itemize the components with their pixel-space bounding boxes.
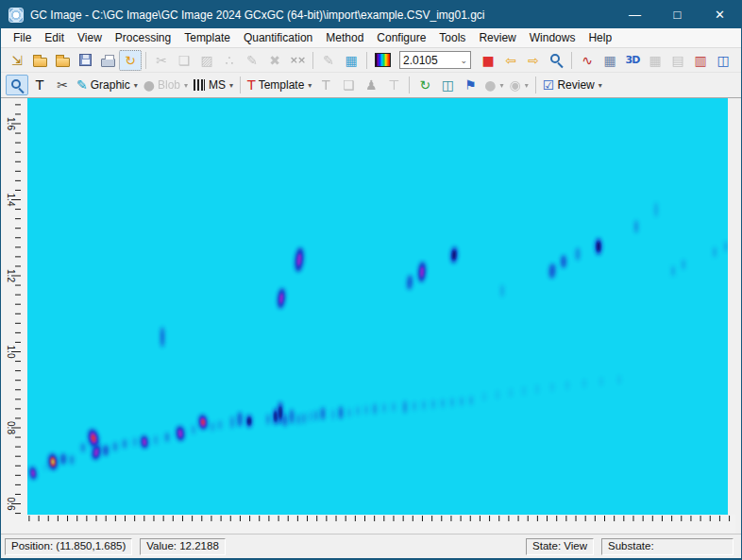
- compare-button[interactable]: ◫: [712, 50, 734, 71]
- sphere-menu-button: ●▾: [481, 75, 506, 95]
- plot-button[interactable]: ∿: [576, 50, 599, 71]
- flag-button[interactable]: ⚑: [459, 75, 481, 95]
- graphic-menu-button-label: Graphic: [91, 78, 130, 92]
- blob-table-button: ▦: [644, 50, 666, 71]
- filter-view-icon: ◫: [442, 78, 454, 92]
- toolbar-separator: [312, 52, 313, 69]
- review-menu-button-label: Review: [557, 78, 594, 92]
- three-d-button[interactable]: 3D: [621, 50, 644, 71]
- cut-icon: ✂: [156, 54, 167, 67]
- minimize-button[interactable]: —: [614, 1, 656, 28]
- clip-tool-icon: ✂: [57, 78, 68, 92]
- calculator-button[interactable]: ▦: [340, 50, 363, 71]
- close-button[interactable]: ✕: [699, 1, 741, 28]
- review-menu-button[interactable]: ☑Review▾: [540, 75, 605, 95]
- text-tool-button[interactable]: T: [28, 75, 51, 95]
- menu-edit[interactable]: Edit: [38, 29, 71, 46]
- overview-window-button[interactable]: [545, 50, 567, 71]
- menu-quantification[interactable]: Quantification: [237, 29, 319, 46]
- value-readout: Value: 12.2188: [140, 538, 226, 555]
- menu-file[interactable]: File: [7, 29, 38, 46]
- maximize-button[interactable]: □: [656, 1, 699, 28]
- rainbow-icon: [375, 53, 391, 67]
- menu-review[interactable]: Review: [472, 29, 522, 46]
- mag-icon: [11, 79, 21, 89]
- menu-help[interactable]: Help: [582, 29, 618, 46]
- scale-combobox[interactable]: 2.0105⌄: [394, 50, 477, 71]
- cycle-colors-button[interactable]: ↻: [413, 75, 436, 95]
- save-icon: [79, 54, 92, 66]
- toolbar-separator: [366, 52, 367, 69]
- window-controls: — □ ✕: [614, 1, 741, 28]
- sphere-icon: ●: [484, 78, 496, 92]
- annotate-icon: ✎: [323, 54, 334, 67]
- title-bar: GC Image - C:\GC Image\GC Image 2024 GCx…: [1, 1, 741, 28]
- data-table-icon: ▦: [603, 54, 616, 67]
- toolbar-separator: [571, 52, 572, 69]
- mag-icon: [550, 54, 560, 63]
- probe-icon: ◉: [510, 78, 521, 92]
- template-menu-button[interactable]: TTemplate▾: [245, 75, 314, 95]
- menu-view[interactable]: View: [71, 29, 109, 46]
- menu-windows[interactable]: Windows: [523, 29, 582, 46]
- blob-table-icon: ▦: [649, 54, 661, 67]
- y-axis-ruler: 0.60.81.01.21.41.6: [1, 98, 27, 515]
- folder-icon: [33, 58, 47, 67]
- chromatogram-panel: 0.60.81.01.21.41.6: [1, 98, 741, 534]
- back-icon: ⇦: [505, 54, 516, 67]
- open-button[interactable]: [28, 50, 51, 71]
- data-table-button[interactable]: ▦: [599, 50, 621, 71]
- status-bar: Position: (11.850,1.685) Value: 12.2188 …: [1, 534, 741, 558]
- apply-template-icon: ⊤: [388, 78, 399, 92]
- chromatogram-image[interactable]: [27, 98, 728, 515]
- reprocess-icon: ↻: [125, 54, 136, 67]
- chevron-down-icon[interactable]: ▾: [525, 81, 529, 90]
- clip-tool-button[interactable]: ✂: [51, 75, 74, 95]
- colormap-button[interactable]: [371, 50, 394, 71]
- menu-bar: FileEditViewProcessingTemplateQuantifica…: [1, 28, 741, 48]
- forward-button[interactable]: ⇨: [522, 50, 545, 71]
- graphic-menu-button[interactable]: ✎Graphic▾: [74, 75, 141, 95]
- svg-text:1.4: 1.4: [6, 194, 16, 207]
- toolbar-separator: [535, 76, 536, 93]
- reprocess-button[interactable]: ↻: [119, 50, 142, 71]
- state-readout: State: View: [526, 538, 594, 555]
- stop-button[interactable]: ■: [477, 50, 499, 71]
- chevron-down-icon[interactable]: ▾: [134, 81, 138, 90]
- tools-toolbar: T✂✎Graphic▾●Blob▾MS▾TTemplate▾T❏♟⊤↻◫⚑●▾◉…: [1, 73, 741, 98]
- close-image-button[interactable]: [51, 50, 74, 71]
- chevron-down-icon[interactable]: ▾: [229, 81, 233, 90]
- include-template-button: T: [314, 75, 337, 95]
- template-icon: T: [247, 78, 256, 92]
- ms-menu-button[interactable]: MS▾: [191, 75, 236, 95]
- copy-icon: ❏: [178, 54, 191, 67]
- import-button[interactable]: ⇲: [6, 50, 28, 71]
- menu-configure[interactable]: Configure: [370, 29, 432, 46]
- menu-tools[interactable]: Tools: [432, 29, 472, 46]
- calculator-icon: ▦: [345, 54, 357, 67]
- menu-processing[interactable]: Processing: [109, 29, 177, 46]
- three-d-icon: 3D: [626, 55, 640, 65]
- save-button[interactable]: [74, 50, 96, 71]
- toolbar-separator: [409, 76, 410, 93]
- flag-icon: ⚑: [464, 78, 477, 92]
- print-button[interactable]: [96, 50, 119, 71]
- svg-text:1.2: 1.2: [6, 269, 16, 282]
- chevron-down-icon[interactable]: ⌄: [460, 56, 467, 65]
- chevron-down-icon[interactable]: ▾: [184, 81, 188, 90]
- stamp-template-button: ♟: [360, 75, 382, 95]
- report-button[interactable]: ▥: [689, 50, 712, 71]
- stamp-template-icon: ♟: [365, 78, 378, 92]
- chevron-down-icon[interactable]: ▾: [500, 81, 504, 90]
- toolbar-separator: [145, 52, 146, 69]
- back-button[interactable]: ⇦: [499, 50, 522, 71]
- template-menu-button-label: Template: [259, 78, 305, 92]
- chevron-down-icon[interactable]: ▾: [599, 81, 602, 90]
- menu-template[interactable]: Template: [177, 29, 237, 46]
- zoom-tool-button[interactable]: [6, 75, 28, 95]
- filter-view-button[interactable]: ◫: [436, 75, 459, 95]
- menu-method[interactable]: Method: [319, 29, 370, 46]
- annotate-button: ✎: [317, 50, 340, 71]
- graphic-icon: ✎: [76, 78, 88, 92]
- chevron-down-icon[interactable]: ▾: [308, 81, 312, 90]
